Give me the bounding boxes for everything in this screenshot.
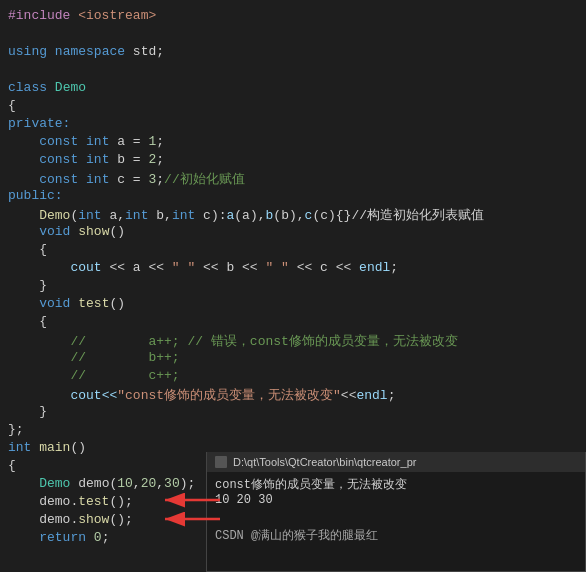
code-line: cout<<"const修饰的成员变量，无法被改变"<<endl; (0, 386, 586, 404)
terminal-line-2: 10 20 30 (215, 493, 577, 510)
terminal-watermark: CSDN @满山的猴子我的腿最红 (215, 527, 577, 544)
code-line (0, 62, 586, 80)
terminal-window: D:\qt\Tools\QtCreator\bin\qtcreator_pr c… (206, 452, 586, 572)
code-line: cout << a << " " << b << " " << c << end… (0, 260, 586, 278)
terminal-icon (215, 456, 227, 468)
code-line: const int a = 1; (0, 134, 586, 152)
code-line: } (0, 404, 586, 422)
code-line: void show() (0, 224, 586, 242)
terminal-body: const修饰的成员变量，无法被改变 10 20 30 CSDN @满山的猴子我… (207, 472, 585, 571)
code-line: const int c = 3;//初始化赋值 (0, 170, 586, 188)
code-line: // c++; (0, 368, 586, 386)
code-editor: #include <iostream> using namespace std;… (0, 0, 586, 572)
terminal-title: D:\qt\Tools\QtCreator\bin\qtcreator_pr (233, 456, 416, 468)
terminal-line-3 (215, 510, 577, 527)
terminal-line-1: const修饰的成员变量，无法被改变 (215, 476, 577, 493)
code-line: { (0, 98, 586, 116)
code-line: private: (0, 116, 586, 134)
code-line: // a++; // 错误，const修饰的成员变量，无法被改变 (0, 332, 586, 350)
code-line: class Demo (0, 80, 586, 98)
code-line: public: (0, 188, 586, 206)
code-line: using namespace std; (0, 44, 586, 62)
code-line: } (0, 278, 586, 296)
code-line: const int b = 2; (0, 152, 586, 170)
terminal-titlebar: D:\qt\Tools\QtCreator\bin\qtcreator_pr (207, 452, 585, 472)
code-line: { (0, 242, 586, 260)
code-line: void test() (0, 296, 586, 314)
code-line: #include <iostream> (0, 8, 586, 26)
code-line: }; (0, 422, 586, 440)
code-line (0, 26, 586, 44)
code-line: // b++; (0, 350, 586, 368)
code-line: { (0, 314, 586, 332)
code-line: Demo(int a,int b,int c):a(a),b(b),c(c){}… (0, 206, 586, 224)
